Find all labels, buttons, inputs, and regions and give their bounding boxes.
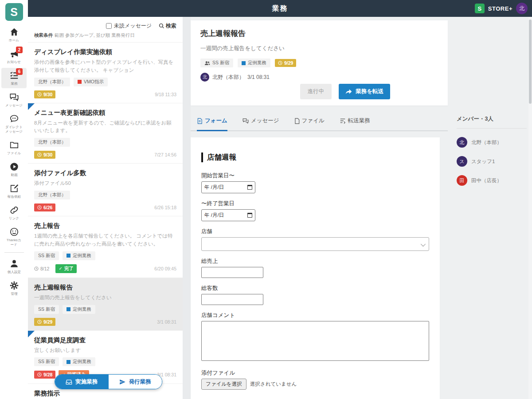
comment-label: 店舗コメント [201,312,429,319]
inbox-icon [66,379,72,385]
sidebar-item-report[interactable]: 報告依頼 [1,181,27,201]
due-badge: 9/30 [34,90,55,98]
overdue-badge: 9/28 [34,371,55,379]
tab-files[interactable]: ファイル [294,117,325,131]
tab-messages[interactable]: メッセージ [243,117,279,131]
choose-file-button[interactable]: ファイルを選択 [201,379,246,390]
start-date-input[interactable]: 年 /月/日 [201,181,255,193]
list-scroll-gutter[interactable] [183,17,191,399]
chat-icon [243,118,249,124]
due-badge: 9/29 [275,59,296,67]
person-icon [9,259,19,269]
total-sales-input[interactable] [201,267,263,278]
type-tag: 定例業務 [63,357,95,366]
sidebar-item-home[interactable]: ホーム [1,24,27,45]
sidebar-item-files[interactable]: ファイル [1,137,27,158]
scrollbar-thumb[interactable] [529,20,532,104]
status-button[interactable]: 進行中 [300,84,332,99]
due-date-plain: 8/12 [34,265,52,273]
form-heading: 店舗週報 [201,153,429,162]
member-row[interactable]: ス スタッフ1 [457,156,527,167]
end-date-input[interactable]: 年 /月/日 [201,209,255,221]
sidebar-item-admin[interactable]: 管理 [1,278,27,298]
member-name: スタッフ1 [471,158,495,165]
total-customers-label: 総客数 [201,285,429,292]
main-area: 売上週報報告 一週間の売上報告をしてください SS 新宿 定例業務 9/29 北… [191,17,532,399]
task-list-item[interactable]: ディスプレイ作業実施依頼 添付の画像を参考にハート型のディスプレイを行い、写真を… [28,42,183,103]
task-description: 一週間の売上報告をしてください [200,45,438,52]
item-timestamp: 7/27 14:56 [154,152,176,157]
task-list-item-selected[interactable]: 売上週報報告 一週間の売上報告をしてください SS 新宿 定例業務 9/29 3… [28,278,183,330]
sidebar-item-thanks[interactable]: Thanksカ ード [1,224,27,249]
file-icon [294,118,300,124]
member-name: 北野（本部） [471,139,502,146]
members-panel: メンバー・3人 北 北野（本部） ス スタッフ1 田 田中（店長） [457,115,527,186]
video-icon [9,162,19,172]
search-icon [159,23,164,29]
member-row[interactable]: 田 田中（店長） [457,175,527,186]
chat-icon [9,92,19,102]
task-list-item[interactable]: 売上報告 1週間の売上を各店舗で報告してください。 コメントでは特に売れた商品や… [28,216,183,278]
type-tag: 定例業務 [238,59,270,67]
item-timestamp: 6/20 09:45 [154,266,176,271]
home-icon [9,27,19,37]
page-scrollbar[interactable] [528,17,532,399]
task-timestamp: 3/1 08:31 [247,74,270,80]
attachment-label: 添付ファイル [201,369,429,377]
sidebar-item-link[interactable]: リンク [1,203,27,223]
due-badge: 9/29 [34,318,55,326]
total-customers-input[interactable] [201,294,263,305]
blue-square-icon [66,360,70,364]
thanks-icon [9,227,19,237]
sidebar-item-tasks[interactable]: 6 業務 [1,68,27,88]
item-timestamp: 6/26 15:18 [154,205,176,210]
issued-tasks-tab[interactable]: 発行業務 [109,375,162,389]
sidebar-item-news[interactable]: 2 お知らせ [1,46,27,66]
unread-checkbox[interactable] [106,23,112,29]
folder-icon [9,140,19,150]
forward-task-button[interactable]: 業務を転送 [339,84,390,99]
user-avatar[interactable]: 北 [516,3,528,14]
member-row[interactable]: 北 北野（本部） [457,137,527,148]
end-date-label: 〜終了営業日 [201,200,429,207]
sidebar-item-personal-settings[interactable]: 個人設定 [1,256,27,277]
report-icon [9,184,19,193]
task-list-item[interactable]: メニュー表更新確認依頼 8月メニュー表を更新するので、ご確認ならびに承認をお願い… [28,103,183,164]
item-timestamp: 9/18 11:33 [155,92,176,97]
received-tasks-tab[interactable]: 実施業務 [55,375,109,389]
calendar-icon [247,213,252,218]
member-avatar: 北 [457,137,467,148]
search-button[interactable]: 検索 [159,22,176,30]
blue-square-icon [66,254,70,258]
sidebar-item-video[interactable]: 動画 [1,159,27,180]
tasks-badge: 6 [16,68,23,75]
done-badge: 完了 [55,264,76,273]
store-select[interactable] [201,237,429,251]
link-icon [9,205,19,215]
start-date-label: 開始営業日〜 [201,172,429,180]
app-logo[interactable]: S [5,3,23,21]
news-badge: 2 [16,47,23,53]
comment-textarea[interactable] [201,321,429,361]
tab-form[interactable]: フォーム [197,117,227,131]
due-badge: 9/30 [34,151,55,159]
sidebar-item-direct-message[interactable]: ダイレクト メッセージ [1,111,27,136]
unread-corner-icon [28,331,35,337]
unread-corner-icon [28,103,35,110]
search-conditions: 検索条件範囲 参加グループ, 並び順 業務発行日 [28,32,183,42]
unread-filter[interactable]: 未読メッセージ [106,22,152,30]
brand-name: STORE+ [488,5,512,12]
sidebar-item-messages[interactable]: メッセージ [1,90,27,110]
member-name: 田中（店長） [471,177,502,184]
group-tag: SS 新宿 [34,357,59,366]
task-list-item[interactable]: 添付ファイル多数 添付ファイル50 北野（本部） 6/26 6/26 15:18 [28,163,183,216]
members-title: メンバー・3人 [457,115,527,129]
item-timestamp: 3/1 08:31 [157,319,176,325]
tab-forwarded-tasks[interactable]: 転送業務 [340,117,370,131]
author-tag: 北野（本部） [34,78,70,86]
blue-square-icon [242,61,246,65]
group-tag: SS 新宿 [200,59,233,67]
gear-icon [9,281,19,290]
calendar-icon [247,185,252,190]
task-title: 売上週報報告 [200,28,438,39]
